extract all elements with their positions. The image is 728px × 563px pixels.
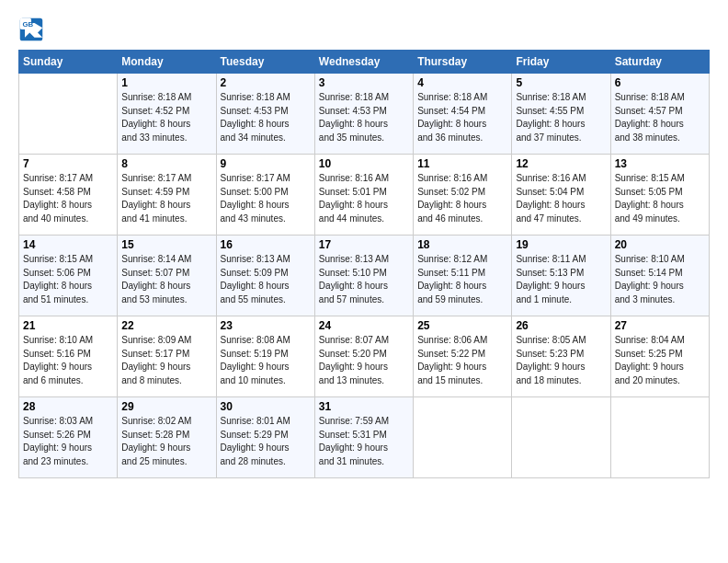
calendar-cell: 19Sunrise: 8:11 AM Sunset: 5:13 PM Dayli… bbox=[512, 236, 610, 316]
calendar-cell: 29Sunrise: 8:02 AM Sunset: 5:28 PM Dayli… bbox=[118, 397, 216, 478]
calendar-week-row: 14Sunrise: 8:15 AM Sunset: 5:06 PM Dayli… bbox=[19, 236, 710, 316]
calendar-cell: 4Sunrise: 8:18 AM Sunset: 4:54 PM Daylig… bbox=[414, 74, 512, 155]
day-number: 18 bbox=[417, 238, 507, 251]
day-info: Sunrise: 8:06 AM Sunset: 5:22 PM Dayligh… bbox=[417, 334, 507, 387]
day-number: 2 bbox=[221, 76, 311, 89]
day-info: Sunrise: 8:03 AM Sunset: 5:26 PM Dayligh… bbox=[23, 415, 113, 468]
calendar-cell: 1Sunrise: 8:18 AM Sunset: 4:52 PM Daylig… bbox=[118, 74, 216, 155]
day-info: Sunrise: 8:18 AM Sunset: 4:53 PM Dayligh… bbox=[221, 91, 311, 144]
day-info: Sunrise: 8:10 AM Sunset: 5:14 PM Dayligh… bbox=[615, 253, 705, 306]
calendar-cell: 8Sunrise: 8:17 AM Sunset: 4:59 PM Daylig… bbox=[118, 155, 216, 236]
day-number: 26 bbox=[516, 319, 606, 332]
logo: GB bbox=[18, 17, 46, 42]
page: GB SundayMondayTuesdayWednesdayThursdayF… bbox=[0, 0, 728, 488]
calendar-cell: 20Sunrise: 8:10 AM Sunset: 5:14 PM Dayli… bbox=[610, 236, 709, 316]
calendar-week-row: 21Sunrise: 8:10 AM Sunset: 5:16 PM Dayli… bbox=[19, 316, 710, 397]
calendar-cell: 26Sunrise: 8:05 AM Sunset: 5:23 PM Dayli… bbox=[512, 316, 610, 397]
calendar-cell: 18Sunrise: 8:12 AM Sunset: 5:11 PM Dayli… bbox=[414, 236, 512, 316]
day-info: Sunrise: 8:18 AM Sunset: 4:54 PM Dayligh… bbox=[417, 91, 507, 144]
day-number: 10 bbox=[319, 157, 409, 170]
calendar-cell: 11Sunrise: 8:16 AM Sunset: 5:02 PM Dayli… bbox=[414, 155, 512, 236]
day-number: 27 bbox=[615, 319, 705, 332]
calendar-cell: 21Sunrise: 8:10 AM Sunset: 5:16 PM Dayli… bbox=[19, 316, 118, 397]
day-header-saturday: Saturday bbox=[610, 51, 709, 74]
day-header-friday: Friday bbox=[512, 51, 610, 74]
calendar-cell: 12Sunrise: 8:16 AM Sunset: 5:04 PM Dayli… bbox=[512, 155, 610, 236]
calendar-cell: 13Sunrise: 8:15 AM Sunset: 5:05 PM Dayli… bbox=[610, 155, 709, 236]
calendar-cell: 15Sunrise: 8:14 AM Sunset: 5:07 PM Dayli… bbox=[118, 236, 216, 316]
calendar-week-row: 7Sunrise: 8:17 AM Sunset: 4:58 PM Daylig… bbox=[19, 155, 710, 236]
day-header-wednesday: Wednesday bbox=[314, 51, 413, 74]
day-info: Sunrise: 8:01 AM Sunset: 5:29 PM Dayligh… bbox=[221, 415, 311, 468]
svg-text:GB: GB bbox=[22, 20, 33, 29]
calendar-cell bbox=[512, 397, 610, 478]
day-info: Sunrise: 8:18 AM Sunset: 4:57 PM Dayligh… bbox=[615, 91, 705, 144]
day-number: 9 bbox=[221, 157, 311, 170]
day-header-sunday: Sunday bbox=[19, 51, 118, 74]
day-info: Sunrise: 8:08 AM Sunset: 5:19 PM Dayligh… bbox=[221, 334, 311, 387]
calendar-cell: 6Sunrise: 8:18 AM Sunset: 4:57 PM Daylig… bbox=[610, 74, 709, 155]
day-info: Sunrise: 8:15 AM Sunset: 5:05 PM Dayligh… bbox=[615, 172, 705, 225]
calendar-week-row: 28Sunrise: 8:03 AM Sunset: 5:26 PM Dayli… bbox=[19, 397, 710, 478]
calendar-cell: 23Sunrise: 8:08 AM Sunset: 5:19 PM Dayli… bbox=[216, 316, 314, 397]
day-number: 4 bbox=[417, 76, 507, 89]
day-info: Sunrise: 8:18 AM Sunset: 4:53 PM Dayligh… bbox=[319, 91, 409, 144]
day-number: 13 bbox=[615, 157, 705, 170]
day-number: 17 bbox=[319, 238, 409, 251]
day-info: Sunrise: 8:18 AM Sunset: 4:52 PM Dayligh… bbox=[121, 91, 211, 144]
day-info: Sunrise: 8:16 AM Sunset: 5:04 PM Dayligh… bbox=[516, 172, 606, 225]
day-number: 23 bbox=[221, 319, 311, 332]
day-number: 22 bbox=[121, 319, 211, 332]
calendar-cell bbox=[19, 74, 118, 155]
day-info: Sunrise: 8:10 AM Sunset: 5:16 PM Dayligh… bbox=[23, 334, 113, 387]
day-info: Sunrise: 7:59 AM Sunset: 5:31 PM Dayligh… bbox=[319, 415, 409, 468]
day-number: 25 bbox=[417, 319, 507, 332]
day-info: Sunrise: 8:09 AM Sunset: 5:17 PM Dayligh… bbox=[121, 334, 211, 387]
calendar-cell: 14Sunrise: 8:15 AM Sunset: 5:06 PM Dayli… bbox=[19, 236, 118, 316]
day-number: 6 bbox=[615, 76, 705, 89]
day-number: 31 bbox=[319, 400, 409, 413]
day-info: Sunrise: 8:17 AM Sunset: 5:00 PM Dayligh… bbox=[221, 172, 311, 225]
calendar-cell: 22Sunrise: 8:09 AM Sunset: 5:17 PM Dayli… bbox=[118, 316, 216, 397]
calendar-cell: 3Sunrise: 8:18 AM Sunset: 4:53 PM Daylig… bbox=[314, 74, 413, 155]
calendar-table: SundayMondayTuesdayWednesdayThursdayFrid… bbox=[18, 50, 710, 478]
day-number: 8 bbox=[121, 157, 211, 170]
calendar-cell: 30Sunrise: 8:01 AM Sunset: 5:29 PM Dayli… bbox=[216, 397, 314, 478]
day-info: Sunrise: 8:13 AM Sunset: 5:10 PM Dayligh… bbox=[319, 253, 409, 306]
day-info: Sunrise: 8:05 AM Sunset: 5:23 PM Dayligh… bbox=[516, 334, 606, 387]
day-number: 1 bbox=[121, 76, 211, 89]
calendar-cell: 24Sunrise: 8:07 AM Sunset: 5:20 PM Dayli… bbox=[314, 316, 413, 397]
calendar-week-row: 1Sunrise: 8:18 AM Sunset: 4:52 PM Daylig… bbox=[19, 74, 710, 155]
calendar-cell bbox=[414, 397, 512, 478]
day-number: 5 bbox=[516, 76, 606, 89]
calendar-cell: 28Sunrise: 8:03 AM Sunset: 5:26 PM Dayli… bbox=[19, 397, 118, 478]
calendar-cell: 10Sunrise: 8:16 AM Sunset: 5:01 PM Dayli… bbox=[314, 155, 413, 236]
calendar-cell: 7Sunrise: 8:17 AM Sunset: 4:58 PM Daylig… bbox=[19, 155, 118, 236]
calendar-cell: 2Sunrise: 8:18 AM Sunset: 4:53 PM Daylig… bbox=[216, 74, 314, 155]
day-info: Sunrise: 8:15 AM Sunset: 5:06 PM Dayligh… bbox=[23, 253, 113, 306]
day-info: Sunrise: 8:16 AM Sunset: 5:01 PM Dayligh… bbox=[319, 172, 409, 225]
day-number: 7 bbox=[23, 157, 113, 170]
day-number: 30 bbox=[221, 400, 311, 413]
day-info: Sunrise: 8:07 AM Sunset: 5:20 PM Dayligh… bbox=[319, 334, 409, 387]
calendar-cell: 16Sunrise: 8:13 AM Sunset: 5:09 PM Dayli… bbox=[216, 236, 314, 316]
day-number: 20 bbox=[615, 238, 705, 251]
day-header-tuesday: Tuesday bbox=[216, 51, 314, 74]
day-number: 24 bbox=[319, 319, 409, 332]
day-number: 12 bbox=[516, 157, 606, 170]
calendar-cell: 5Sunrise: 8:18 AM Sunset: 4:55 PM Daylig… bbox=[512, 74, 610, 155]
calendar-header-row: SundayMondayTuesdayWednesdayThursdayFrid… bbox=[19, 51, 710, 74]
day-info: Sunrise: 8:14 AM Sunset: 5:07 PM Dayligh… bbox=[121, 253, 211, 306]
day-number: 21 bbox=[23, 319, 113, 332]
calendar-cell: 27Sunrise: 8:04 AM Sunset: 5:25 PM Dayli… bbox=[610, 316, 709, 397]
calendar-cell: 31Sunrise: 7:59 AM Sunset: 5:31 PM Dayli… bbox=[314, 397, 413, 478]
logo-icon: GB bbox=[18, 17, 44, 42]
day-number: 14 bbox=[23, 238, 113, 251]
day-header-monday: Monday bbox=[118, 51, 216, 74]
day-info: Sunrise: 8:13 AM Sunset: 5:09 PM Dayligh… bbox=[221, 253, 311, 306]
calendar-cell: 17Sunrise: 8:13 AM Sunset: 5:10 PM Dayli… bbox=[314, 236, 413, 316]
calendar-cell bbox=[610, 397, 709, 478]
day-number: 28 bbox=[23, 400, 113, 413]
day-number: 3 bbox=[319, 76, 409, 89]
day-info: Sunrise: 8:18 AM Sunset: 4:55 PM Dayligh… bbox=[516, 91, 606, 144]
